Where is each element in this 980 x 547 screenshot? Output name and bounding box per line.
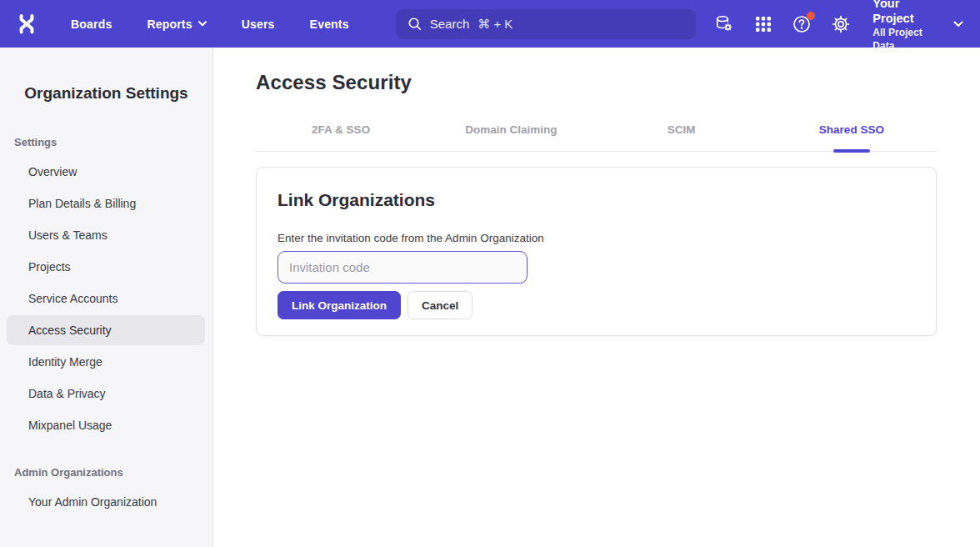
sidebar-settings-list: Overview Plan Details & Billing Users & … (0, 157, 212, 440)
chevron-down-icon (953, 21, 963, 28)
link-organizations-card: Link Organizations Enter the invitation … (256, 167, 937, 336)
sidebar-section-admin-orgs-label: Admin Organizations (14, 466, 212, 479)
active-tab-underline (833, 149, 870, 153)
sidebar-item-your-admin-organization[interactable]: Your Admin Organization (7, 487, 205, 517)
search-label: Search (430, 17, 470, 31)
nav-item-events[interactable]: Events (310, 18, 349, 31)
tab-domain-claiming[interactable]: Domain Claiming (426, 123, 596, 151)
tab-shared-sso[interactable]: Shared SSO (767, 123, 937, 151)
link-organization-button[interactable]: Link Organization (278, 291, 401, 319)
invitation-code-input[interactable] (278, 251, 528, 284)
cancel-button[interactable]: Cancel (408, 291, 472, 319)
primary-nav: Boards Reports Users Events (71, 18, 349, 31)
chevron-down-icon (198, 21, 207, 27)
project-scope: All Project Data (872, 26, 942, 53)
sidebar-item-projects[interactable]: Projects (7, 252, 205, 282)
sidebar-item-access-security[interactable]: Access Security (7, 315, 205, 345)
nav-item-label: Reports (147, 18, 192, 31)
sidebar-item-service-accounts[interactable]: Service Accounts (7, 284, 205, 314)
main-content: Access Security 2FA & SSO Domain Claimin… (213, 48, 980, 547)
tab-label: SCIM (668, 123, 696, 136)
tab-bar: 2FA & SSO Domain Claiming SCIM Shared SS… (256, 123, 937, 152)
invitation-code-label: Enter the invitation code from the Admin… (278, 232, 915, 244)
tab-scim[interactable]: SCIM (597, 123, 767, 151)
nav-item-users[interactable]: Users (242, 18, 275, 31)
tab-2fa-sso[interactable]: 2FA & SSO (256, 123, 426, 151)
search-icon (408, 17, 422, 31)
sidebar-item-mixpanel-usage[interactable]: Mixpanel Usage (7, 410, 205, 440)
project-switcher[interactable]: Your Project All Project Data (872, 0, 963, 53)
org-settings-sidebar: Organization Settings Settings Overview … (0, 48, 213, 547)
nav-item-label: Boards (71, 18, 112, 31)
sidebar-item-users-teams[interactable]: Users & Teams (7, 220, 205, 250)
sidebar-item-identity-merge[interactable]: Identity Merge (7, 347, 205, 377)
tab-label: Domain Claiming (465, 123, 557, 136)
topbar-right: Your Project All Project Data (696, 0, 963, 53)
help-icon[interactable] (792, 13, 812, 35)
project-name: Your Project (872, 0, 942, 26)
topbar: Boards Reports Users Events Search ⌘ + K (0, 0, 980, 48)
mixpanel-logo-icon[interactable] (15, 12, 39, 37)
tab-label: 2FA & SSO (312, 123, 370, 136)
sidebar-item-overview[interactable]: Overview (7, 157, 205, 187)
nav-item-label: Users (242, 18, 275, 31)
nav-item-reports[interactable]: Reports (147, 18, 206, 31)
settings-gear-icon[interactable] (831, 13, 852, 35)
sidebar-admin-orgs-list: Your Admin Organization (0, 487, 212, 517)
sidebar-title: Organization Settings (0, 84, 212, 103)
card-title: Link Organizations (278, 190, 915, 210)
sidebar-item-data-privacy[interactable]: Data & Privacy (7, 379, 205, 409)
sidebar-section-settings-label: Settings (14, 136, 212, 148)
apps-grid-icon[interactable] (752, 13, 773, 35)
tab-label: Shared SSO (819, 123, 884, 136)
card-actions: Link Organization Cancel (278, 291, 915, 319)
nav-item-label: Events (310, 18, 349, 31)
notification-dot (807, 12, 815, 20)
data-management-icon[interactable] (714, 13, 735, 35)
nav-item-boards[interactable]: Boards (71, 18, 112, 31)
global-search-input[interactable]: Search ⌘ + K (396, 9, 696, 39)
sidebar-item-plan-details-billing[interactable]: Plan Details & Billing (7, 188, 205, 218)
search-shortcut: ⌘ + K (478, 17, 512, 32)
page-title: Access Security (256, 71, 937, 94)
